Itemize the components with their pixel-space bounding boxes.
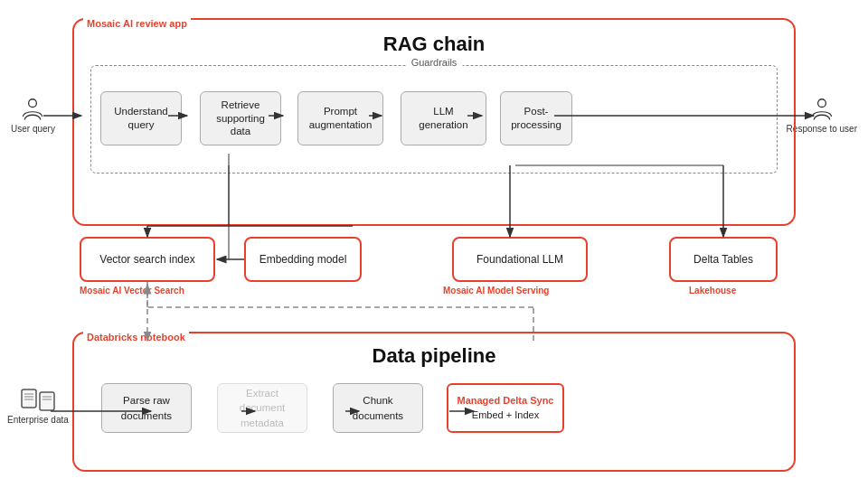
step-prompt: Promptaugmentation: [297, 91, 383, 145]
step-understand-label: Understandquery: [114, 105, 167, 132]
step-llm: LLMgeneration: [401, 91, 486, 145]
foundational-llm-box: Foundational LLM: [452, 237, 588, 282]
svg-point-1: [817, 99, 826, 108]
guardrails-box: Guardrails Understandquery Retrievesuppo…: [90, 65, 778, 174]
delta-tables-label: Delta Tables: [693, 253, 753, 266]
step-prompt-label: Promptaugmentation: [309, 105, 373, 132]
svg-point-0: [29, 99, 37, 108]
dp-title: Data pipeline: [74, 344, 794, 368]
delta-tables-sublabel: Lakehouse: [689, 286, 736, 296]
rag-chain-box: Mosaic AI review app RAG chain Guardrail…: [72, 18, 796, 226]
foundational-llm-label: Foundational LLM: [476, 253, 563, 266]
foundational-llm-sublabel: Mosaic AI Model Serving: [443, 286, 549, 296]
svg-rect-3: [40, 392, 54, 410]
step-llm-label: LLMgeneration: [419, 105, 467, 132]
embedding-label: Embedding model: [259, 253, 347, 266]
step-post: Post-processing: [500, 91, 572, 145]
dp-managed-sub: Embed + Index: [458, 408, 554, 422]
guardrails-label: Guardrails: [406, 57, 463, 68]
step-post-label: Post-processing: [511, 105, 561, 132]
step-retrieve: Retrievesupportingdata: [200, 91, 281, 145]
vector-search-box: Vector search index: [80, 237, 215, 282]
user-query-icon: User query: [11, 98, 55, 135]
rag-title: RAG chain: [74, 33, 794, 56]
enterprise-data-icon: Enterprise data: [7, 389, 69, 426]
dp-step-extract-label: Extractdocumentmetadata: [240, 386, 286, 429]
dp-step-chunk-label: Chunkdocuments: [353, 393, 403, 422]
dp-step-managed: Managed Delta Sync Embed + Index: [447, 383, 564, 433]
response-user-icon: Response to user: [787, 98, 857, 135]
embedding-box: Embedding model: [244, 237, 362, 282]
response-user-label: Response to user: [787, 123, 857, 135]
dp-step-parse: Parse rawdocuments: [101, 383, 192, 433]
dp-notebook-label: Databricks notebook: [83, 332, 189, 343]
step-retrieve-label: Retrievesupportingdata: [216, 99, 265, 139]
dp-step-parse-label: Parse rawdocuments: [121, 393, 172, 422]
dp-step-extract: Extractdocumentmetadata: [217, 383, 307, 433]
user-query-label: User query: [11, 123, 55, 135]
data-pipeline-box: Databricks notebook Data pipeline Parse …: [72, 332, 796, 472]
rag-app-label: Mosaic AI review app: [83, 18, 191, 29]
diagram: User query Response to user Mosaic AI re…: [0, 0, 868, 488]
dp-managed-main: Managed Delta Sync: [458, 394, 554, 408]
svg-rect-2: [22, 389, 36, 408]
dp-step-chunk: Chunkdocuments: [333, 383, 423, 433]
step-understand: Understandquery: [100, 91, 182, 145]
vector-search-sublabel: Mosaic AI Vector Search: [80, 286, 184, 296]
vector-search-label: Vector search index: [99, 253, 194, 266]
delta-tables-box: Delta Tables: [669, 237, 778, 282]
enterprise-data-label: Enterprise data: [7, 414, 69, 426]
